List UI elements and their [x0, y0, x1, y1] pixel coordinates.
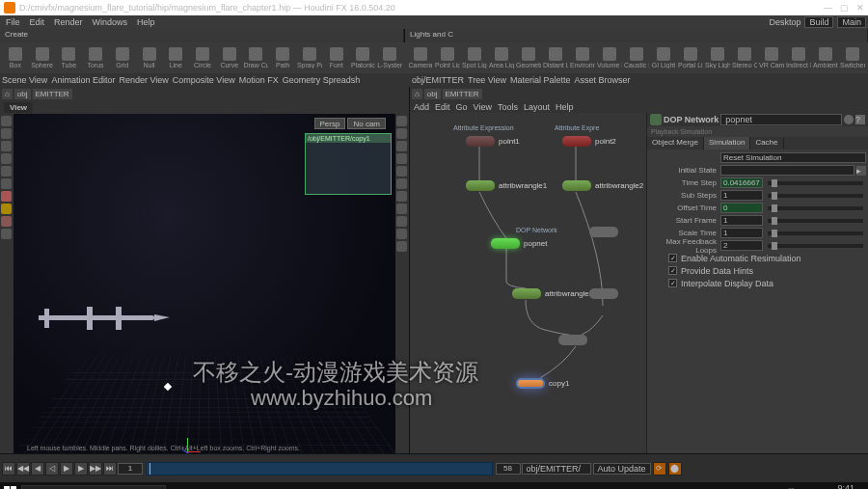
tool-spray[interactable]: Spray Paint	[296, 47, 323, 68]
clock-time[interactable]: 9:41	[821, 484, 854, 489]
tool-box[interactable]: Box	[2, 47, 29, 68]
tool-gilight[interactable]: GI Light	[650, 47, 677, 68]
hqrender-icon[interactable]	[396, 204, 407, 214]
menu-windows[interactable]: Windows	[89, 17, 132, 27]
next-key-button[interactable]: ▶▶	[89, 462, 102, 475]
tool-geolight[interactable]: Geometry Li	[515, 47, 542, 68]
rotate-tool-icon[interactable]	[1, 141, 12, 151]
persp-pill[interactable]: Persp	[314, 118, 346, 129]
wire-icon[interactable]	[396, 128, 407, 139]
node-attribwrangle1[interactable]: attribwrangle1	[466, 180, 547, 191]
menu-file[interactable]: File	[2, 17, 24, 27]
checkbox-icon[interactable]: ✓	[668, 279, 677, 287]
flipbook-tool-icon[interactable]	[1, 216, 12, 227]
prev-key-button[interactable]: ◀◀	[16, 462, 30, 475]
render-tool-icon[interactable]	[1, 191, 12, 202]
scale-tool-icon[interactable]	[1, 153, 12, 164]
pane-tab[interactable]: Scene View	[2, 75, 47, 85]
play-button[interactable]: ▶	[60, 462, 73, 475]
help-icon[interactable]: ?	[855, 115, 865, 124]
pane-tab[interactable]: Material Palette	[510, 75, 571, 85]
tool-sphere[interactable]: Sphere	[29, 47, 56, 68]
nmenu-help[interactable]: Help	[556, 102, 574, 112]
node-transform[interactable]	[589, 288, 618, 299]
points-icon[interactable]	[396, 166, 407, 177]
browse-icon[interactable]: ▸	[856, 166, 866, 176]
param-value[interactable]: 1	[720, 228, 763, 238]
node-attribwrangle3[interactable]: attribwrangle3	[512, 288, 593, 299]
reset-simulation-button[interactable]: Reset Simulation	[720, 152, 866, 163]
start-frame-field[interactable]: 1	[118, 463, 143, 475]
node-popnet[interactable]: popnet	[491, 238, 547, 249]
pane-tab[interactable]: obj/EMITTER	[412, 75, 464, 85]
maximize-button[interactable]: ▢	[840, 3, 849, 13]
tool-grid[interactable]: Grid	[109, 47, 136, 68]
sim-icon[interactable]: ⬤	[668, 462, 682, 475]
handle-tool-icon[interactable]	[1, 166, 12, 177]
last-frame-button[interactable]: ⏭	[103, 462, 117, 475]
play-reverse-button[interactable]: ◁	[45, 462, 59, 475]
checkbox-icon[interactable]: ✓	[668, 266, 677, 275]
nmenu-go[interactable]: Go	[456, 102, 468, 112]
tool-torus[interactable]: Torus	[82, 47, 109, 68]
shelf-tab[interactable]: Lights and C	[405, 29, 868, 40]
node-point2[interactable]: point2	[562, 136, 616, 147]
tool-causticlight[interactable]: Caustic Light	[623, 47, 650, 68]
camera-tool-icon[interactable]	[1, 204, 12, 214]
param-tab[interactable]: Simulation	[704, 137, 750, 149]
param-value[interactable]: 1	[720, 190, 763, 201]
timeline-track[interactable]	[146, 462, 493, 475]
app-icon[interactable]: ▦	[303, 484, 320, 489]
shade-icon[interactable]	[396, 116, 407, 126]
playhead[interactable]	[149, 463, 150, 475]
ortho-icon[interactable]	[396, 216, 407, 227]
tool-vrcam[interactable]: VR Camera	[758, 47, 785, 68]
main-select[interactable]: Main	[837, 16, 866, 28]
taskbar-search[interactable]: ⌕Type here to search	[21, 485, 166, 490]
tool-indirectlight[interactable]: Indirect Light	[785, 47, 812, 68]
pane-tab[interactable]: Geometry Spreadsh	[283, 75, 361, 85]
param-value[interactable]	[720, 165, 854, 176]
float-panel[interactable]: /obj/EMITTER/copy1	[305, 133, 392, 195]
move-tool-icon[interactable]	[1, 128, 12, 139]
param-slider[interactable]	[768, 194, 863, 198]
tool-spotlight[interactable]: Spot Light	[461, 47, 488, 68]
tool-skylight[interactable]: Sky Light	[704, 47, 731, 68]
tool-drawcurve[interactable]: Draw Curve	[243, 47, 270, 68]
tool-tube[interactable]: Tube	[55, 47, 82, 68]
scene-viewport[interactable]: Persp No cam /obj/EMITTER/copy1 Left mou…	[14, 114, 395, 453]
nmenu-tools[interactable]: Tools	[498, 102, 518, 112]
tool-pointlight[interactable]: Point Light	[434, 47, 461, 68]
node-point1[interactable]: point1	[466, 136, 520, 147]
node-attribwrangle2[interactable]: attribwrangle2	[562, 180, 643, 191]
display-tool-icon[interactable]	[1, 229, 12, 239]
snap-tool-icon[interactable]	[1, 178, 12, 189]
tool-curve[interactable]: Curve	[216, 47, 243, 68]
tool-lsystem[interactable]: L-System	[376, 47, 403, 68]
network-editor[interactable]: Attribute Expression point1 Attribute Ex…	[410, 113, 646, 453]
ghost-icon[interactable]	[396, 153, 407, 164]
crumb-emitter[interactable]: EMITTER	[443, 89, 482, 99]
auto-update-select[interactable]: Auto Update	[593, 463, 651, 475]
param-value[interactable]: 1	[720, 215, 763, 226]
bg-icon[interactable]	[396, 191, 407, 202]
tool-distantlight[interactable]: Distant Light	[542, 47, 569, 68]
select-tool-icon[interactable]	[1, 116, 12, 126]
shelf-tab[interactable]: Create	[0, 29, 404, 40]
nmenu-view[interactable]: View	[474, 102, 492, 112]
param-slider[interactable]	[768, 206, 863, 210]
tool-envlight[interactable]: Environmen	[569, 47, 596, 68]
next-frame-button[interactable]: ▶	[74, 462, 88, 475]
timeline-path[interactable]: obj/EMITTER/	[522, 463, 591, 475]
tool-font[interactable]: Font	[323, 47, 350, 68]
nmenu-edit[interactable]: Edit	[435, 102, 450, 112]
disp-icon[interactable]	[396, 229, 407, 239]
tool-switcher[interactable]: Switcher	[839, 47, 866, 68]
taskview-icon[interactable]: ▭	[187, 484, 204, 489]
param-slider[interactable]	[768, 219, 863, 223]
crumb-emitter[interactable]: EMITTER	[33, 89, 72, 99]
tool-stereocam[interactable]: Stereo Cam	[731, 47, 758, 68]
desktop-select[interactable]: Build	[804, 16, 833, 28]
prev-frame-button[interactable]: ◀	[31, 462, 44, 475]
param-node-name[interactable]: popnet	[720, 114, 842, 125]
